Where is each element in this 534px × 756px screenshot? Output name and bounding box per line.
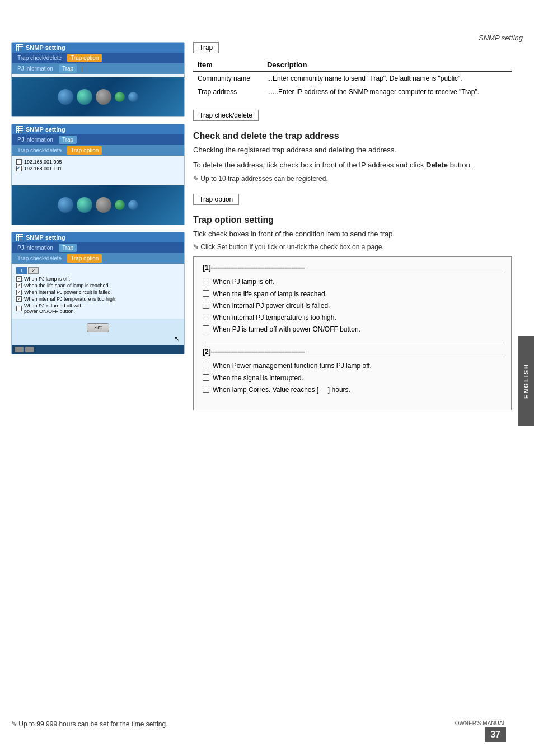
subnav-trap-option-3[interactable]: Trap option [67,254,102,263]
section3: Trap option Trap option setting Tick che… [193,194,512,410]
trap-table: Item Description Community name ...Enter… [193,59,512,99]
info-title-2: [2]—————————————— [203,348,502,357]
subnav-trap-1[interactable]: Trap [59,64,77,73]
info-checkbox-1-2 [203,290,209,297]
sphere-blue2-2 [128,200,138,210]
footer-icon-5 [15,347,24,352]
page-tab-1[interactable]: 1 [16,267,27,274]
col-item: Item [193,59,263,71]
nav-trap-3[interactable]: Trap [59,244,77,252]
ip-row-1: 192.168.001.005 [16,159,180,165]
english-label: ENGLISH [523,363,530,399]
snmp-subnav-2: Trap check/delete Trap option [12,145,184,156]
trap-box-label: Trap [193,42,219,53]
english-sidebar: ENGLISH [518,336,534,426]
nav-pj-info-3[interactable]: PJ information [14,244,57,252]
snmp-nav-3: PJ information Trap [12,242,184,253]
info-item-2-2: When the signal is interrupted. [203,373,502,384]
info-label-2-3: When lamp Corres. Value reaches [ ] hour… [213,385,350,395]
sphere-blue-2 [58,197,73,213]
checkbox-lamp-off[interactable] [16,276,22,282]
sphere-gray-2 [96,197,111,213]
owners-manual-label: OWNER'S MANUAL [455,720,506,726]
checkbox-temperature[interactable] [16,296,22,302]
ip-checkmark-2: ✓ [17,166,21,171]
cursor-set: ↖ [174,335,180,343]
check-label-4: When internal PJ temperature is too high… [24,296,117,302]
footer-icon-6 [25,347,34,352]
sphere-teal-2 [77,197,92,213]
nav-trap-2[interactable]: Trap [59,136,77,144]
checkbox-lifespan[interactable] [16,283,22,288]
info-divider [203,343,502,343]
ip-address-1: 192.168.001.005 [24,159,62,165]
checkbox-power-circuit[interactable] [16,290,22,295]
snmp-header-2: SNMP setting [12,124,184,134]
snmp-setting-label: SNMP setting [479,34,523,42]
nav-pj-info-2[interactable]: PJ information [14,136,57,144]
trap-option-info-box: [1]—————————————— When PJ lamp is off. W… [193,256,512,410]
check-label-2: When the life span of lamp is reached. [24,283,110,288]
page-tab-2[interactable]: 2 [28,267,39,274]
subnav-trap-checkdelete-2[interactable]: Trap check/delete [14,146,65,155]
snmp-panel-1: SNMP setting Trap check/delete Trap opti… [11,42,185,117]
info-label-1-2: When the life span of lamp is reached. [213,289,327,300]
info-label-1-4: When internal PJ temperature is too high… [213,312,336,323]
subnav-pj-info-1[interactable]: PJ information [14,64,57,73]
snmp-header-title-2: SNMP setting [26,126,65,133]
info-checkbox-1-3 [203,302,209,309]
trap-option-body1: Tick check boxes in front of the conditi… [193,228,512,240]
panel-footer-3 [12,345,184,354]
info-section-2: [2]—————————————— When Power management … [203,348,502,395]
bottom-note: ✎ Up to 99,999 hours can be set for the … [11,720,168,728]
nav-trap-checkdelete-1[interactable]: Trap check/delete [14,54,65,62]
check-row-5: When PJ is turned off withpower ON/OFF b… [16,303,180,314]
sphere-gray-1 [96,89,111,105]
subnav-trap-option-2[interactable]: Trap option [67,146,102,155]
info-item-1-3: When internal PJ power circuit is failed… [203,301,502,311]
ip-checkbox-1[interactable] [16,159,22,165]
nav-trap-option-1[interactable]: Trap option [67,54,102,62]
snmp-subnav-3: Trap check/delete Trap option [12,253,184,264]
info-label-2-2: When the signal is interrupted. [213,373,303,384]
desc-trapaddr: ......Enter IP address of the SNMP manag… [263,85,512,99]
section1: Trap Item Description Community name ...… [193,42,512,99]
snmp-nav-2: PJ information Trap [12,134,184,145]
trap-option-note: ✎ Click Set button if you tick or un-tic… [193,243,512,251]
snmp-panel-2: SNMP setting PJ information Trap Trap ch… [11,124,185,225]
info-label-1-5: When PJ is turned off with power ON/OFF … [213,324,360,335]
info-item-1-4: When internal PJ temperature is too high… [203,312,502,323]
check-row-2: When the life span of lamp is reached. [16,283,180,288]
info-label-1-3: When internal PJ power circuit is failed… [213,301,330,311]
info-item-1-5: When PJ is turned off with power ON/OFF … [203,324,502,335]
snmp-header-title-1: SNMP setting [26,44,65,51]
ip-checkbox-2[interactable]: ✓ [16,166,22,171]
table-row-community: Community name ...Enter community name t… [193,71,512,85]
trap-option-box-label: Trap option [193,194,239,205]
check-label-3: When internal PJ power circuit is failed… [24,290,112,295]
info-item-1-1: When PJ lamp is off. [203,277,502,287]
col-description: Description [263,59,512,71]
grid-icon-3 [16,234,23,241]
check-row-4: When internal PJ temperature is too high… [16,296,180,302]
snmp-nav-1: Trap check/delete Trap option [12,53,184,63]
check-label-5: When PJ is turned off withpower ON/OFF b… [24,303,82,314]
grid-icon-1 [16,44,23,51]
item-trapaddr: Trap address [193,85,263,99]
info-checkbox-2-2 [203,374,209,381]
snmp-header-title-3: SNMP setting [26,234,65,241]
checkbox-power-button[interactable] [16,306,22,311]
page-number: 37 [485,727,506,742]
sphere-bg-2 [12,185,184,225]
set-btn-container: Set ↖ [12,319,184,345]
set-button[interactable]: Set [87,323,109,332]
cursor-indicator-1: | [79,64,85,73]
info-checkbox-2-3 [203,386,209,393]
subnav-trap-checkdelete-3[interactable]: Trap check/delete [14,254,65,263]
trap-option-heading: Trap option setting [193,215,512,225]
right-content: Trap Item Description Community name ...… [193,42,512,410]
snmp-body-2: 192.168.001.005 ✓ 192.168.001.101 [12,156,184,189]
check-delete-body2: To delete the address, tick check box in… [193,160,512,171]
sphere-green-2 [115,200,125,210]
snmp-header-3: SNMP setting [12,232,184,242]
